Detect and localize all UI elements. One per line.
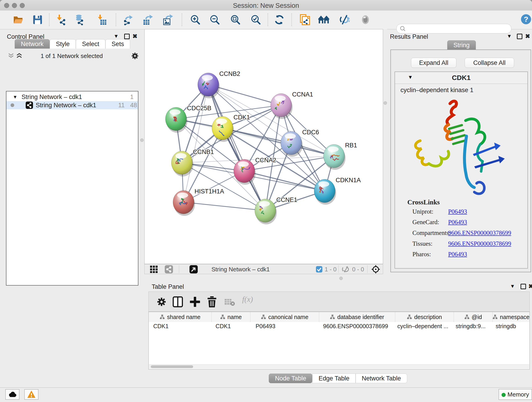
- zoom-out-icon[interactable]: [209, 14, 220, 25]
- column-header[interactable]: database identifier: [319, 312, 395, 322]
- column-header[interactable]: @id: [454, 312, 493, 322]
- import-network-icon[interactable]: [56, 14, 66, 25]
- open-session-icon[interactable]: [13, 14, 24, 25]
- collapse-panel-icon[interactable]: ▼: [114, 33, 119, 39]
- hide-selected-icon[interactable]: [339, 14, 350, 25]
- string-network-icon: [26, 102, 33, 109]
- column-header[interactable]: namespace: [493, 312, 530, 322]
- zoom-in-icon[interactable]: [190, 14, 201, 25]
- cloud-button[interactable]: [5, 389, 19, 400]
- table-horizontal-scrollbar[interactable]: [149, 364, 529, 369]
- zoom-fit-icon[interactable]: [230, 14, 241, 25]
- float-panel-icon[interactable]: [520, 284, 526, 291]
- tab-network[interactable]: Network: [15, 39, 50, 49]
- node-label-CCNA1: CCNA1: [292, 91, 313, 98]
- column-header[interactable]: canonical name: [250, 312, 319, 322]
- fit-selected-crosshair-icon[interactable]: [371, 265, 380, 274]
- node-label-CCNB2: CCNB2: [219, 70, 240, 77]
- memory-button[interactable]: Memory: [499, 389, 532, 400]
- table-row[interactable]: CDK1 CDK1 P06493 9606.ENSP00000378699 cy…: [149, 322, 530, 330]
- save-session-icon[interactable]: [32, 14, 43, 25]
- network-options-gear-icon[interactable]: [131, 52, 139, 60]
- export-image-icon[interactable]: [162, 14, 173, 25]
- network-thumbnail-icon[interactable]: [165, 265, 173, 274]
- grid-view-icon[interactable]: [150, 266, 158, 273]
- cell-description: cyclin–dependent ...: [393, 322, 451, 330]
- vertical-splitter[interactable]: [383, 29, 387, 274]
- warnings-button[interactable]: [24, 389, 38, 400]
- crosslink-genecard-link[interactable]: P06493: [448, 219, 467, 226]
- window-title: Session: New Session: [0, 2, 532, 9]
- toolbar-separator: [268, 13, 268, 26]
- selection-status: 1 of 1 Network selected: [6, 52, 138, 60]
- first-neighbors-icon[interactable]: [318, 14, 329, 25]
- network-node-CDKN1A[interactable]: CDKN1A: [314, 177, 361, 205]
- network-canvas[interactable]: CCNB2CCNA1CDC25BCDK1CDC6RB1CCNB1CCNA2CDK…: [144, 29, 383, 264]
- column-header[interactable]: description: [395, 312, 454, 322]
- gene-section: ▼ CDK1 cyclin–dependent kinase 1 CrossLi…: [394, 71, 528, 269]
- toolbar-separator: [49, 13, 50, 26]
- delete-column-trash-icon[interactable]: [207, 296, 217, 307]
- tab-network-table[interactable]: Network Table: [355, 374, 407, 383]
- tab-node-table[interactable]: Node Table: [269, 374, 312, 383]
- column-header[interactable]: shared name: [149, 312, 212, 322]
- export-table-icon[interactable]: [142, 14, 153, 25]
- node-label-CDKN1A: CDKN1A: [336, 177, 361, 184]
- close-panel-icon[interactable]: ✖: [133, 33, 138, 40]
- network-node-CDK1[interactable]: CDK1: [212, 114, 250, 142]
- crosslink-tissues-link[interactable]: 9606.ENSP00000378699: [448, 240, 511, 247]
- network-row[interactable]: String Network – cdk1 11 48: [6, 101, 138, 109]
- table-tabs: Node TableEdge TableNetwork Table: [144, 374, 532, 383]
- netbar-separator: [367, 265, 367, 273]
- close-panel-icon[interactable]: ✖: [525, 33, 530, 40]
- network-node-HIST1H1A[interactable]: HIST1H1A: [173, 188, 224, 216]
- refresh-icon[interactable]: [274, 14, 285, 25]
- cell-namespace: stringdb: [491, 322, 530, 330]
- float-panel-icon[interactable]: [517, 34, 522, 41]
- scrollbar-thumb[interactable]: [151, 365, 193, 368]
- network-node-CCNE1[interactable]: CCNE1: [255, 196, 298, 224]
- show-all-icon[interactable]: [360, 14, 371, 25]
- show-columns-icon[interactable]: [172, 296, 183, 307]
- collapse-all-button[interactable]: Collapse All: [465, 58, 514, 68]
- table-toolbar: f(x): [148, 292, 530, 312]
- table-panel: Table Panel ▼ ✖: [144, 282, 532, 387]
- import-database-icon[interactable]: [73, 14, 84, 25]
- crosslink-label: Tissues:: [412, 240, 433, 247]
- crosslink-compartments-link[interactable]: 9606.ENSP00000378699: [448, 230, 511, 236]
- help-icon[interactable]: ?: [520, 14, 532, 25]
- node-label-RB1: RB1: [345, 142, 357, 149]
- tab-select[interactable]: Select: [76, 39, 105, 49]
- left-splitter-handle[interactable]: [140, 138, 144, 142]
- selected-checkbox-icon[interactable]: [316, 266, 322, 273]
- crosslink-label: Uniprot:: [412, 208, 433, 215]
- collapse-panel-icon[interactable]: ▼: [510, 283, 515, 289]
- column-header[interactable]: name: [212, 312, 250, 322]
- import-table-icon[interactable]: [96, 14, 107, 25]
- collection-expand-icon[interactable]: ▼: [13, 93, 17, 101]
- gene-header[interactable]: ▼ CDK1: [395, 72, 527, 84]
- create-column-plus-icon[interactable]: [190, 297, 200, 307]
- tab-string[interactable]: String: [447, 40, 476, 50]
- crosslink-uniprot-link[interactable]: P06493: [448, 208, 467, 215]
- horizontal-splitter-handle[interactable]: [339, 277, 343, 280]
- close-panel-icon[interactable]: ✖: [528, 283, 532, 290]
- crosslink-pharos-link[interactable]: P06493: [448, 251, 467, 258]
- collapse-panel-icon[interactable]: ▼: [507, 33, 512, 39]
- table-options-gear-icon[interactable]: [157, 297, 167, 307]
- tab-style[interactable]: Style: [50, 39, 76, 49]
- vertical-splitter-handle[interactable]: [384, 101, 387, 105]
- network-collection-row[interactable]: ▼ String Network – cdk1 1: [6, 93, 138, 101]
- node-table[interactable]: shared name name canonical name database…: [148, 312, 530, 370]
- export-network-icon[interactable]: [122, 14, 133, 25]
- network-node-CCNA1[interactable]: CCNA1: [271, 91, 313, 119]
- tab-sets[interactable]: Sets: [105, 39, 130, 49]
- tab-edge-table[interactable]: Edge Table: [312, 374, 355, 383]
- expand-all-button[interactable]: Expand All: [411, 58, 456, 68]
- network-node-RB1[interactable]: RB1: [323, 142, 357, 170]
- duplicate-network-icon[interactable]: [299, 14, 310, 25]
- birds-eye-view-icon[interactable]: [190, 265, 198, 274]
- network-node-CDC6[interactable]: CDC6: [281, 129, 319, 157]
- zoom-selected-icon[interactable]: [250, 14, 261, 25]
- network-selection-bar: 1 of 1 Network selected: [6, 51, 138, 61]
